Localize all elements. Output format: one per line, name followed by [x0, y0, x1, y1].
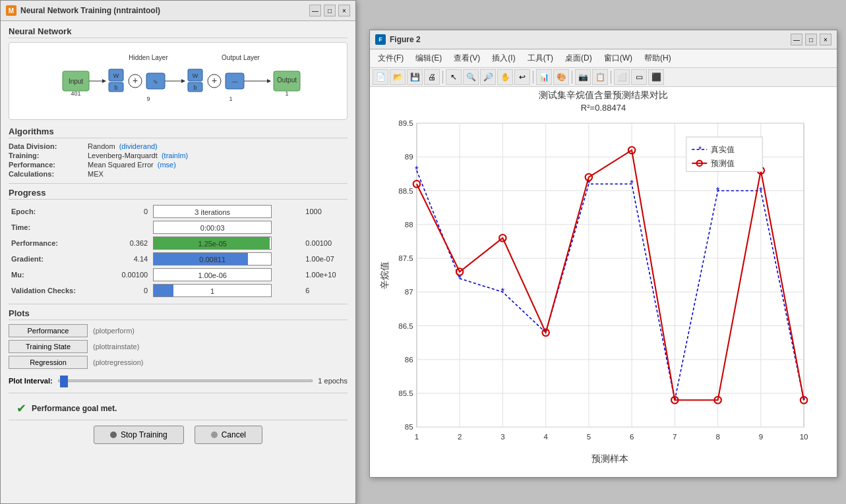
close-button[interactable]: × — [338, 5, 350, 16]
plot-training-state-row: Training State (plottrainstate) — [9, 340, 347, 353]
nn-training-window: M Neural Network Training (nntraintool) … — [0, 0, 356, 504]
tb-data-cursor-button[interactable]: 📊 — [536, 69, 552, 85]
plot-regression-button[interactable]: Regression — [9, 356, 88, 369]
nn-window-title: Neural Network Training (nntraintool) — [20, 6, 160, 15]
data-division-text: Random — [88, 142, 115, 150]
epoch-current: 0 — [106, 204, 151, 219]
fig-close-button[interactable]: × — [820, 34, 831, 45]
mu-bar-text: 1.00e-06 — [154, 269, 271, 281]
calculations-label: Calculations: — [9, 170, 88, 178]
data-division-link[interactable]: (dividerand) — [119, 142, 158, 150]
real-marker-1: * — [415, 164, 419, 175]
plots-section-title: Plots — [9, 308, 347, 320]
fig-minimize-button[interactable]: — — [791, 34, 802, 45]
separator-2 — [9, 304, 347, 304]
menu-view[interactable]: 查看(V) — [448, 51, 485, 66]
status-bar: ✔ Performance goal met. — [9, 397, 347, 420]
real-marker-8: * — [716, 185, 720, 196]
epoch-row: Epoch: 0 3 iterations 1000 — [9, 204, 347, 219]
mu-current: 0.00100 — [106, 267, 151, 283]
tb-open-button[interactable]: 📂 — [390, 69, 406, 85]
performance-bar-cell: 1.25e-05 — [150, 235, 303, 251]
tb-plot-btn-1[interactable]: ⬜ — [614, 69, 630, 85]
performance-bar: 1.25e-05 — [153, 237, 272, 250]
epoch-bar-text: 3 iterations — [154, 206, 271, 218]
hidden-w-label: W — [113, 72, 119, 79]
tb-cursor-button[interactable]: ↖ — [446, 69, 462, 85]
hidden-activation-label: ∿ — [153, 78, 158, 85]
menu-insert[interactable]: 插入(I) — [487, 51, 520, 66]
x-axis-label: 预测样本 — [591, 454, 628, 464]
tb-print-button[interactable]: 🖨 — [424, 69, 440, 85]
tb-plot-btn-3[interactable]: ⬛ — [648, 69, 664, 85]
menu-window[interactable]: 窗口(W) — [599, 51, 638, 66]
fig-maximize-button[interactable]: □ — [805, 34, 817, 45]
menu-tools[interactable]: 工具(T) — [522, 51, 559, 66]
output-node-label: Output — [277, 76, 297, 84]
output-size-label: 1 — [229, 96, 232, 102]
tb-brush-button[interactable]: 🎨 — [553, 69, 569, 85]
performance-algo-link[interactable]: (mse) — [158, 161, 176, 169]
plot-performance-row: Performance (plotperform) — [9, 324, 347, 337]
slider-track — [58, 379, 313, 382]
tb-pan-button[interactable]: ✋ — [497, 69, 513, 85]
tb-undo-button[interactable]: ↩ — [514, 69, 530, 85]
validation-current: 0 — [106, 283, 151, 298]
time-bar-cell: 0:00:03 — [150, 219, 303, 235]
plot-interval-slider-container[interactable] — [58, 374, 313, 387]
menu-help[interactable]: 帮助(H) — [639, 51, 677, 66]
tb-new-button[interactable]: 📄 — [373, 69, 388, 85]
chart-subtitle: R²=0.88474 — [581, 103, 626, 113]
mu-max: 1.00e+10 — [303, 267, 347, 283]
y-86: 86 — [405, 356, 413, 364]
performance-algo-value: Mean Squared Error (mse) — [88, 161, 176, 169]
x-3: 3 — [500, 433, 504, 441]
plot-performance-button[interactable]: Performance — [9, 324, 88, 337]
fig-titlebar: F Figure 2 — □ × — [370, 30, 837, 49]
real-marker-3: * — [500, 286, 504, 296]
output-layer-title: Output Layer — [222, 54, 260, 61]
tb-save-button[interactable]: 💾 — [407, 69, 423, 85]
plot-interval-value: 1 epochs — [318, 377, 347, 385]
plot-training-state-button[interactable]: Training State — [9, 340, 88, 353]
algorithms-section: Algorithms Data Division: Random (divide… — [9, 126, 347, 178]
plot-interval-row: Plot Interval: 1 epochs — [9, 374, 347, 387]
tb-zoom-out-button[interactable]: 🔎 — [480, 69, 496, 85]
slider-thumb[interactable] — [60, 376, 68, 387]
y-86-5: 86.5 — [398, 322, 413, 330]
training-link[interactable]: (trainlm) — [162, 152, 188, 159]
algo-performance-row: Performance: Mean Squared Error (mse) — [9, 161, 347, 169]
performance-algo-text: Mean Squared Error — [88, 161, 154, 169]
menu-edit[interactable]: 编辑(E) — [410, 51, 447, 66]
tb-clipboard-button[interactable]: 📋 — [592, 69, 608, 85]
cancel-btn-label: Cancel — [222, 430, 246, 439]
gradient-max: 1.00e-07 — [303, 251, 347, 267]
y-87-5: 87.5 — [398, 254, 413, 262]
progress-section: Progress Epoch: 0 3 iterations 1000 — [9, 188, 347, 298]
menu-file[interactable]: 文件(F) — [373, 51, 409, 66]
gradient-bar-text: 0.00811 — [154, 253, 271, 266]
x-4: 4 — [543, 433, 548, 441]
nn-titlebar: M Neural Network Training (nntraintool) … — [1, 1, 355, 21]
mu-bar-cell: 1.00e-06 — [150, 267, 303, 283]
tb-sep-4 — [611, 70, 611, 84]
x-8: 8 — [715, 433, 719, 441]
x-10: 10 — [800, 433, 808, 441]
minimize-button[interactable]: — — [309, 5, 321, 16]
time-value: 0:00:03 — [154, 221, 271, 234]
maximize-button[interactable]: □ — [324, 5, 336, 16]
status-text: Performance goal met. — [32, 404, 117, 413]
menu-desktop[interactable]: 桌面(D) — [560, 51, 597, 66]
y-89: 89 — [405, 153, 413, 161]
mu-row: Mu: 0.00100 1.00e-06 1.00e+10 — [9, 267, 347, 283]
tb-sep-1 — [442, 70, 443, 84]
tb-zoom-in-button[interactable]: 🔍 — [463, 69, 479, 85]
stop-btn-dot — [110, 432, 117, 438]
chart-title: 测试集辛烷值含量预测结果对比 — [539, 90, 668, 101]
stop-training-button[interactable]: Stop Training — [94, 426, 184, 444]
cancel-button[interactable]: Cancel — [195, 426, 262, 444]
tb-plot-btn-2[interactable]: ▭ — [631, 69, 647, 85]
epoch-label: Epoch: — [9, 204, 106, 219]
tb-snapshot-button[interactable]: 📷 — [575, 69, 591, 85]
chart-container: 89.5 89 88.5 88 87.5 87 86.5 86 85.5 85 — [375, 115, 831, 476]
